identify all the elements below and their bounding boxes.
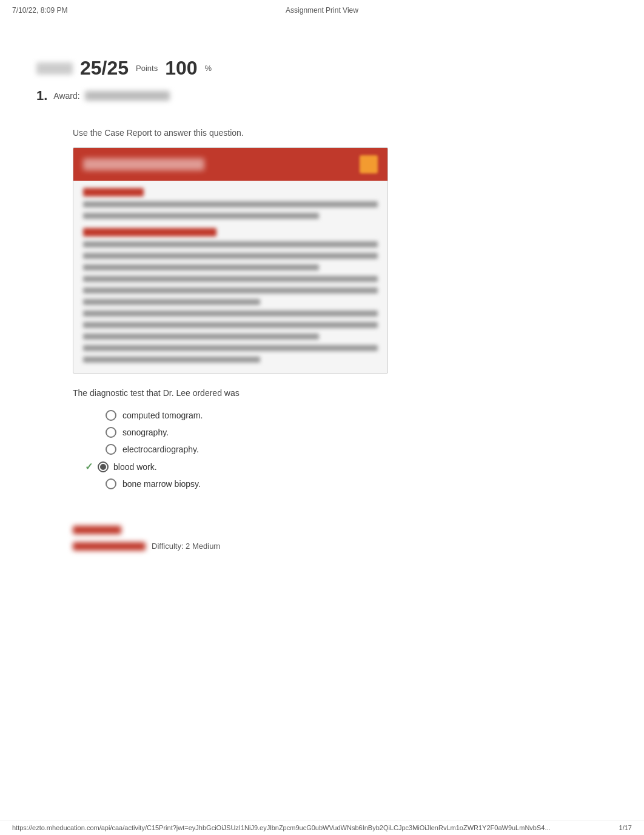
cr-line	[83, 310, 378, 317]
cr-line	[83, 253, 378, 259]
case-report-image	[73, 147, 388, 374]
option-b[interactable]: sonography.	[85, 427, 571, 438]
cr-paragraph-1	[83, 201, 378, 222]
question-number: 1.	[36, 88, 47, 104]
score-fraction: 25/25	[80, 57, 129, 79]
award-label: Award:	[53, 91, 79, 101]
cr-line	[83, 287, 378, 293]
option-c[interactable]: electrocardiography.	[85, 444, 571, 455]
option-d-text: blood work.	[113, 462, 157, 472]
difficulty-text: Difficulty: 2 Medium	[152, 542, 220, 551]
difficulty-row: Difficulty: 2 Medium	[73, 542, 571, 551]
cr-line	[83, 201, 378, 207]
cr-line	[83, 276, 378, 282]
cr-line	[83, 345, 378, 351]
cr-section-title-1	[83, 188, 144, 196]
page-number: 1/17	[619, 824, 632, 831]
option-d[interactable]: ✓ blood work.	[85, 461, 571, 472]
footer-blurred-2	[73, 542, 146, 551]
case-report-header	[73, 148, 387, 181]
option-a-text: computed tomogram.	[122, 411, 203, 420]
cr-line	[83, 264, 319, 270]
cr-section-title-2	[83, 228, 216, 236]
page-url: https://ezto.mheducation.com/api/caa/act…	[12, 824, 551, 831]
correct-checkmark: ✓	[85, 461, 93, 472]
radio-c[interactable]	[106, 444, 116, 455]
case-report-title-blur	[83, 158, 204, 170]
case-report-body	[73, 181, 387, 373]
option-e-text: bone marrow biopsy.	[122, 479, 201, 489]
cr-line	[83, 334, 319, 340]
top-bar: 7/10/22, 8:09 PM Assignment Print View	[0, 0, 644, 21]
percent-symbol: %	[205, 64, 212, 73]
case-report-instruction: Use the Case Report to answer this quest…	[73, 128, 571, 138]
radio-d-inner	[100, 464, 106, 470]
cr-line	[83, 241, 378, 247]
award-value-blurred	[85, 91, 170, 101]
bottom-bar: https://ezto.mheducation.com/api/caa/act…	[0, 820, 644, 835]
option-c-text: electrocardiography.	[122, 444, 199, 454]
points-label: Points	[136, 64, 158, 73]
score-section: 25/25 Points 100 %	[0, 21, 644, 86]
footer-blurred-1	[73, 526, 121, 534]
cr-line	[83, 213, 319, 219]
score-blurred-label	[36, 62, 73, 75]
award-row: Award:	[53, 91, 169, 101]
datetime: 7/10/22, 8:09 PM	[12, 6, 67, 15]
question-content: Use the Case Report to answer this quest…	[0, 116, 644, 520]
radio-e[interactable]	[106, 478, 116, 489]
case-report-icon	[360, 155, 378, 173]
score-percent: 100	[165, 57, 197, 79]
cr-line	[83, 299, 260, 305]
option-b-text: sonography.	[122, 428, 169, 437]
question-text: The diagnostic test that Dr. Lee ordered…	[73, 388, 571, 398]
cr-paragraph-2	[83, 241, 378, 366]
option-e[interactable]: bone marrow biopsy.	[85, 478, 571, 489]
radio-d[interactable]	[98, 461, 109, 472]
page-title: Assignment Print View	[286, 6, 358, 15]
radio-a[interactable]	[106, 410, 116, 421]
question-header: 1. Award:	[0, 86, 644, 116]
footer-section: Difficulty: 2 Medium	[0, 520, 644, 563]
cr-line	[83, 322, 378, 328]
option-a[interactable]: computed tomogram.	[85, 410, 571, 421]
cr-line	[83, 357, 260, 363]
answer-options: computed tomogram. sonography. electroca…	[85, 410, 571, 489]
radio-b[interactable]	[106, 427, 116, 438]
